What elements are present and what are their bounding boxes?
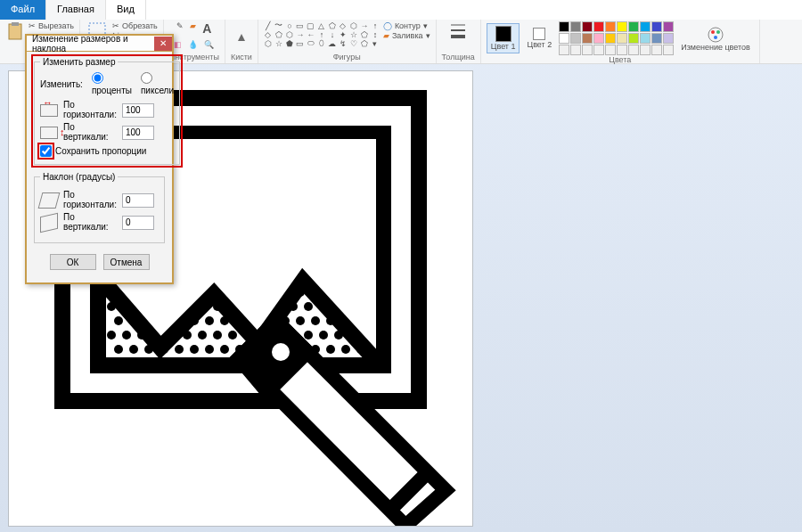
ok-button[interactable]: ОК [50,254,96,270]
dialog-titlebar[interactable]: Изменение размеров и наклона ✕ [27,36,172,52]
resize-fieldset: Изменить размер Изменить: проценты пиксе… [34,57,180,165]
color-swatch[interactable] [628,45,639,55]
picker-tool[interactable]: 💧 [186,40,200,49]
eraser-tool[interactable]: ◧ [172,40,184,49]
color-swatch[interactable] [570,45,581,55]
color-swatch[interactable] [617,45,627,55]
svg-point-155 [152,359,161,368]
resize-h-label: По горизонтали: [63,101,117,119]
crop-button[interactable]: ✂Обрезать [112,21,158,30]
pencil-tool[interactable]: ✎ [175,21,185,30]
svg-point-118 [122,331,131,340]
color-swatch[interactable] [628,33,639,44]
paste-button[interactable] [5,21,25,41]
color-swatch[interactable] [559,21,569,32]
cancel-button[interactable]: Отмена [103,254,150,270]
color-swatch[interactable] [605,33,616,44]
thickness-button[interactable] [447,21,469,41]
color-swatch[interactable] [605,21,616,32]
svg-point-136 [129,345,138,354]
color-swatch[interactable] [593,21,604,32]
svg-point-157 [183,359,192,368]
skew-h-input[interactable] [122,193,154,208]
svg-point-124 [213,331,222,340]
svg-point-139 [175,345,184,354]
zoom-tool[interactable]: 🔍 [202,40,216,49]
edit-colors-button[interactable]: Изменение цветов [677,24,754,53]
svg-point-167 [334,359,343,368]
tab-file[interactable]: Файл [0,0,46,20]
color-swatch[interactable] [582,45,593,55]
svg-point-7 [711,30,715,34]
svg-point-9 [714,36,717,39]
keep-aspect-checkbox[interactable] [40,145,52,157]
color-swatch[interactable] [582,33,593,44]
color-swatch[interactable] [663,33,674,44]
dialog-title: Изменение размеров и наклона [32,34,154,53]
svg-point-159 [213,359,222,368]
skew-fieldset: Наклон (градусы) По горизонтали: По верт… [34,172,165,243]
color-swatch[interactable] [628,21,639,32]
skew-legend: Наклон (градусы) [40,172,118,182]
skew-v-input[interactable] [122,216,154,230]
resize-vertical-icon [40,127,58,139]
color-swatch[interactable] [617,33,627,44]
svg-point-142 [220,345,229,354]
svg-point-140 [190,345,199,354]
color-swatch[interactable] [559,33,569,44]
brushes-button[interactable] [231,21,252,43]
svg-point-112 [296,316,305,325]
resize-horizontal-icon [40,104,58,117]
cut-button[interactable]: ✂Вырезать [29,21,74,30]
svg-point-8 [716,30,720,34]
radio-percent[interactable]: проценты [92,72,132,95]
color-swatch[interactable] [570,21,581,32]
resize-legend: Изменить размер [40,57,118,67]
shape-outline[interactable]: ◯Контур ▾ [383,21,430,30]
color-swatch[interactable] [651,33,662,44]
svg-point-152 [107,359,116,368]
resize-v-input[interactable] [122,126,154,140]
radio-pixels[interactable]: пиксели [141,72,174,95]
thickness-label: Толщина [442,53,475,63]
svg-point-158 [198,359,207,368]
color-swatch[interactable] [663,45,674,55]
color-2-button[interactable]: Цвет 2 [523,26,555,51]
color-swatch[interactable] [640,45,651,55]
color-swatch[interactable] [559,45,569,55]
brushes-label: Кисти [231,53,252,63]
shapes-gallery[interactable]: ╱〜○▭▢△⬠◇⬡→↑ ◇⬠⬡→←↑↓✦☆⬠↕ ⬡☆⬟▭⬭⬯☁↯♡⬠▾ [264,21,380,47]
color-swatch[interactable] [593,45,604,55]
color-swatch[interactable] [640,21,651,32]
svg-point-135 [114,345,123,354]
resize-h-input[interactable] [122,103,154,118]
fill-tool[interactable]: ▰ [188,21,198,30]
color-swatch[interactable] [570,33,581,44]
svg-point-154 [137,359,146,368]
tab-home[interactable]: Главная [46,0,106,20]
resize-v-label: По вертикали: [63,123,117,142]
svg-point-156 [168,359,176,368]
color-swatch[interactable] [640,33,651,44]
svg-point-170 [272,343,290,361]
color-swatch[interactable] [582,21,593,32]
color-swatch[interactable] [605,45,616,55]
shape-fill[interactable]: ▰Заливка ▾ [383,31,430,40]
svg-point-106 [205,316,214,325]
color-swatch[interactable] [651,21,662,32]
close-icon[interactable]: ✕ [154,37,172,51]
color-palette [559,21,674,55]
svg-point-123 [198,331,207,340]
shapes-label: Фигуры [333,53,361,63]
color-swatch[interactable] [663,21,674,32]
tab-view[interactable]: Вид [106,0,146,20]
color-1-button[interactable]: Цвет 1 [487,23,520,53]
color-swatch[interactable] [651,45,662,55]
resize-skew-dialog: Изменение размеров и наклона ✕ Изменить … [25,34,174,284]
svg-point-153 [122,359,131,368]
color-swatch[interactable] [593,33,604,44]
text-tool[interactable]: A [200,21,213,36]
color-swatch[interactable] [617,21,627,32]
skew-vertical-icon [40,212,58,232]
svg-point-130 [304,331,313,340]
